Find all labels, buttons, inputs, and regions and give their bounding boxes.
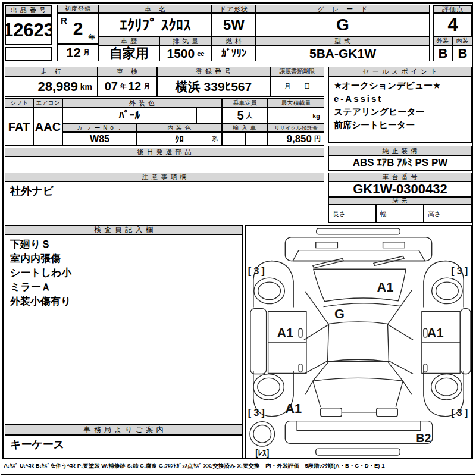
wiper-left — [313, 258, 343, 268]
inspector-notes-box: 下廻りＳ 室内内張傷 シートしわ小 ミラーＡ 外装小傷有り — [5, 234, 243, 424]
tire-depth-front-left: [ 3 ] — [248, 266, 265, 276]
recycle-value: 9,850 — [286, 133, 312, 145]
wheel-front-left-rim — [258, 282, 281, 300]
history-label: 車 歴 — [99, 37, 159, 45]
tire-depth-rear-right: [ 3 ] — [451, 408, 468, 418]
spec-length: 長さ — [328, 205, 376, 223]
int-color-cell: ｸﾛ 系 — [137, 132, 222, 146]
rear-lower-strip — [316, 449, 400, 455]
door-handle-left-front — [299, 328, 302, 337]
mark-rear-left: A1 — [285, 401, 302, 416]
aircon-value: AAC — [33, 108, 62, 146]
color-no-label: カ ラ ー N o ． — [62, 124, 137, 132]
max-load-cell: kg — [268, 108, 324, 124]
fuel-label: 燃 料 — [212, 37, 256, 45]
car-name-label: 車 名 — [99, 5, 212, 13]
spec-width: 幅 — [376, 205, 424, 223]
sales-points-label: セ ー ル ス ポ イ ン ト — [328, 67, 472, 76]
shift-label: シフト — [5, 98, 33, 108]
first-reg-month: 12 — [66, 45, 80, 61]
first-reg-era: R — [61, 15, 67, 26]
capacity-value: 5 — [237, 109, 243, 123]
door-handle-right-rear — [424, 364, 427, 372]
damage-code-legend: A:ｷｽﾞ U:ﾍｺﾐ B:ｷｽﾞを伴うﾍｺﾐ P:要塗装 W:補修跡 S:錆 … — [4, 462, 474, 470]
mark-rear-bumper: B2 — [416, 431, 431, 444]
door-shape-value: 5W — [212, 13, 256, 37]
front-body — [285, 237, 431, 261]
rear-window — [313, 362, 403, 381]
later-parts-value — [5, 156, 324, 170]
headlight-right — [383, 242, 405, 248]
roof-panel — [328, 322, 389, 362]
int-color-value: ｸﾛ — [175, 134, 184, 144]
equipment-value: ABS ｴｱB ｱﾙﾐ PS PW — [328, 155, 472, 171]
chassis-label: 車 台 番 号 — [328, 173, 472, 181]
hood-panel — [293, 250, 425, 261]
sales-point-line: ステアリングヒーター — [334, 105, 425, 118]
mileage-unit: km — [80, 82, 92, 92]
max-load-label: 最大積載量 — [268, 98, 324, 108]
score-value: 4 — [433, 13, 472, 37]
mark-windshield: A1 — [377, 280, 394, 295]
first-reg-month-unit: 月 — [83, 48, 90, 57]
fuel-value: ｶﾞｿﾘﾝ — [212, 45, 256, 61]
capacity-unit: 人 — [246, 111, 253, 120]
sales-point-line: ★オークションデビュー★ — [334, 79, 441, 92]
aircon-label: エアコン — [33, 98, 62, 108]
sales-point-line: e-Assist — [334, 92, 383, 105]
exterior-grade: B — [433, 45, 453, 61]
mileage-value: 28,989 — [37, 79, 77, 95]
office-label: 事 務 局 よ り ご 案 内 — [5, 424, 243, 435]
interior-label: 内装 — [453, 37, 472, 45]
inspector-label: 検 査 員 記 入 欄 — [5, 225, 243, 234]
inspection-month: 12 — [128, 80, 141, 93]
first-reg-label: 初度登録 — [57, 5, 99, 13]
inspector-note: シートしわ小 — [10, 266, 72, 280]
model-code-value: 5BA-GK1W — [256, 45, 430, 61]
ext-color-value: ﾊﾟｰﾙ — [62, 108, 196, 124]
office-value: キーケース — [10, 438, 64, 451]
auction-no-extra-cell — [5, 47, 52, 61]
inspection-month-unit: 月 — [143, 82, 150, 91]
first-reg-year-cell: R 2 年 — [57, 13, 99, 44]
int-color-label: 内 装 色 — [137, 124, 222, 132]
wheel-front-right-rim — [436, 282, 459, 300]
door-handle-left-rear — [299, 364, 302, 372]
ext-color-label: 外 装 色 — [62, 98, 222, 108]
displacement-label: 排 気 量 — [159, 37, 212, 45]
rear-bumper-step — [297, 421, 421, 431]
inspection-label: 車 検 — [98, 67, 157, 76]
displacement-value: 1500 — [167, 46, 195, 61]
notes-label: 注 意 事 項 欄 — [5, 173, 324, 181]
spare-tire-mark: [ﾚｽ] — [255, 448, 269, 458]
spec-height: 高さ — [424, 205, 472, 223]
ext-color-extra-cell — [196, 108, 222, 124]
mileage-cell: 28,989 km — [5, 76, 98, 97]
exterior-label: 外装 — [433, 37, 453, 45]
interior-grade: B — [453, 45, 472, 61]
mileage-label: 走 行 — [5, 67, 98, 76]
headlight-left — [316, 242, 338, 248]
door-shape-label: ドア形状 — [212, 5, 256, 13]
recycle-unit: 円 — [314, 134, 321, 143]
displacement-unit: cc — [197, 50, 204, 57]
import-car-label: 輸 入 車 — [222, 124, 268, 132]
taillight-left — [321, 408, 342, 416]
first-reg-month-cell: 12 月 — [57, 44, 99, 61]
displacement-cell: 1500 cc — [159, 45, 212, 61]
mark-right-door: A1 — [427, 325, 444, 340]
specs-label: 諸 元 — [328, 197, 472, 205]
wheel-rear-right-rim — [436, 378, 458, 396]
capacity-label: 乗車定員 — [222, 98, 268, 108]
grade-label: グ レ ー ド — [256, 5, 430, 13]
auction-no-value: 12623 — [5, 15, 52, 45]
inspector-note: ミラーＡ — [10, 280, 51, 295]
wheel-rear-left-rim — [258, 378, 280, 396]
sill-left — [250, 309, 267, 374]
sales-point-line: 前席シートヒーター — [334, 118, 415, 131]
inspector-note: 室内内張傷 — [10, 252, 61, 266]
office-box: キーケース — [5, 435, 243, 459]
inspection-year: 07 — [105, 80, 118, 93]
taillight-right — [377, 408, 398, 416]
tailgate-sides — [313, 381, 403, 407]
